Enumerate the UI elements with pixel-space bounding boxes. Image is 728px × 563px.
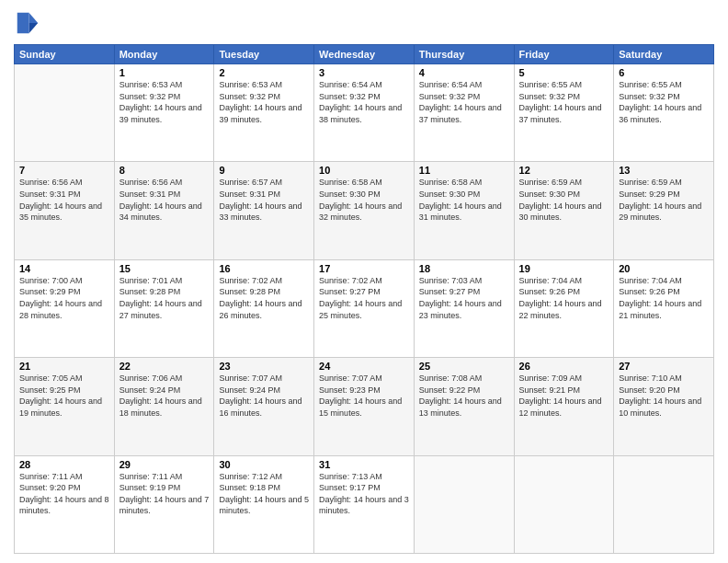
day-number: 15 <box>119 263 210 274</box>
svg-rect-2 <box>17 13 29 34</box>
day-number: 21 <box>19 361 109 372</box>
day-info: Sunrise: 6:57 AMSunset: 9:31 PMDaylight:… <box>219 177 309 223</box>
day-cell: 18Sunrise: 7:03 AMSunset: 9:27 PMDayligh… <box>414 259 514 357</box>
day-cell: 4Sunrise: 6:54 AMSunset: 9:32 PMDaylight… <box>414 64 514 162</box>
day-info: Sunrise: 7:07 AMSunset: 9:24 PMDaylight:… <box>219 373 309 419</box>
day-cell <box>614 455 714 553</box>
week-row-3: 14Sunrise: 7:00 AMSunset: 9:29 PMDayligh… <box>15 259 714 357</box>
day-number: 29 <box>119 459 210 470</box>
day-number: 4 <box>419 67 509 78</box>
day-info: Sunrise: 6:56 AMSunset: 9:31 PMDaylight:… <box>19 177 109 223</box>
day-info: Sunrise: 7:06 AMSunset: 9:24 PMDaylight:… <box>119 373 210 419</box>
day-cell: 2Sunrise: 6:53 AMSunset: 9:32 PMDaylight… <box>214 64 314 162</box>
day-header-saturday: Saturday <box>614 45 714 64</box>
day-cell: 27Sunrise: 7:10 AMSunset: 9:20 PMDayligh… <box>614 358 714 455</box>
day-cell: 14Sunrise: 7:00 AMSunset: 9:29 PMDayligh… <box>15 259 115 357</box>
day-number: 20 <box>619 263 709 274</box>
day-cell: 12Sunrise: 6:59 AMSunset: 9:30 PMDayligh… <box>514 162 614 259</box>
day-cell <box>514 455 614 553</box>
svg-marker-1 <box>29 23 39 33</box>
day-info: Sunrise: 7:08 AMSunset: 9:22 PMDaylight:… <box>419 373 509 419</box>
day-info: Sunrise: 7:02 AMSunset: 9:27 PMDaylight:… <box>319 275 409 321</box>
day-cell: 22Sunrise: 7:06 AMSunset: 9:24 PMDayligh… <box>114 358 214 455</box>
day-number: 14 <box>19 263 109 274</box>
header-row: SundayMondayTuesdayWednesdayThursdayFrid… <box>15 45 714 64</box>
day-cell: 9Sunrise: 6:57 AMSunset: 9:31 PMDaylight… <box>214 162 314 259</box>
day-header-sunday: Sunday <box>15 45 115 64</box>
day-number: 8 <box>119 165 210 176</box>
day-cell: 8Sunrise: 6:56 AMSunset: 9:31 PMDaylight… <box>114 162 214 259</box>
day-info: Sunrise: 6:53 AMSunset: 9:32 PMDaylight:… <box>119 79 210 125</box>
day-cell: 24Sunrise: 7:07 AMSunset: 9:23 PMDayligh… <box>314 358 415 455</box>
day-cell: 11Sunrise: 6:58 AMSunset: 9:30 PMDayligh… <box>414 162 514 259</box>
day-number: 30 <box>219 459 309 470</box>
day-header-monday: Monday <box>114 45 214 64</box>
day-number: 7 <box>19 165 109 176</box>
day-cell <box>15 64 115 162</box>
day-info: Sunrise: 6:59 AMSunset: 9:29 PMDaylight:… <box>619 177 709 223</box>
day-info: Sunrise: 7:07 AMSunset: 9:23 PMDaylight:… <box>319 373 409 419</box>
day-cell: 16Sunrise: 7:02 AMSunset: 9:28 PMDayligh… <box>214 259 314 357</box>
week-row-4: 21Sunrise: 7:05 AMSunset: 9:25 PMDayligh… <box>15 358 714 455</box>
day-number: 10 <box>319 165 409 176</box>
day-number: 25 <box>419 361 509 372</box>
day-number: 24 <box>319 361 409 372</box>
day-cell: 23Sunrise: 7:07 AMSunset: 9:24 PMDayligh… <box>214 358 314 455</box>
header <box>14 9 714 37</box>
day-number: 17 <box>319 263 409 274</box>
day-number: 18 <box>419 263 509 274</box>
day-header-tuesday: Tuesday <box>214 45 314 64</box>
day-number: 19 <box>519 263 609 274</box>
day-info: Sunrise: 7:12 AMSunset: 9:18 PMDaylight:… <box>219 471 309 517</box>
day-number: 13 <box>619 165 709 176</box>
day-info: Sunrise: 7:11 AMSunset: 9:19 PMDaylight:… <box>119 471 210 517</box>
day-number: 12 <box>519 165 609 176</box>
day-cell: 19Sunrise: 7:04 AMSunset: 9:26 PMDayligh… <box>514 259 614 357</box>
day-info: Sunrise: 7:13 AMSunset: 9:17 PMDaylight:… <box>319 471 409 517</box>
day-cell: 15Sunrise: 7:01 AMSunset: 9:28 PMDayligh… <box>114 259 214 357</box>
day-number: 28 <box>19 459 109 470</box>
day-info: Sunrise: 6:59 AMSunset: 9:30 PMDaylight:… <box>519 177 609 223</box>
day-info: Sunrise: 6:54 AMSunset: 9:32 PMDaylight:… <box>419 79 509 125</box>
day-info: Sunrise: 6:58 AMSunset: 9:30 PMDaylight:… <box>319 177 409 223</box>
day-info: Sunrise: 7:09 AMSunset: 9:21 PMDaylight:… <box>519 373 609 419</box>
day-cell: 1Sunrise: 6:53 AMSunset: 9:32 PMDaylight… <box>114 64 214 162</box>
day-cell: 17Sunrise: 7:02 AMSunset: 9:27 PMDayligh… <box>314 259 415 357</box>
day-info: Sunrise: 6:54 AMSunset: 9:32 PMDaylight:… <box>319 79 409 125</box>
day-number: 1 <box>119 67 210 78</box>
day-cell <box>414 455 514 553</box>
day-number: 11 <box>419 165 509 176</box>
logo-icon <box>14 9 41 37</box>
week-row-5: 28Sunrise: 7:11 AMSunset: 9:20 PMDayligh… <box>15 455 714 553</box>
svg-marker-0 <box>29 13 39 23</box>
day-cell: 13Sunrise: 6:59 AMSunset: 9:29 PMDayligh… <box>614 162 714 259</box>
day-cell: 10Sunrise: 6:58 AMSunset: 9:30 PMDayligh… <box>314 162 415 259</box>
day-cell: 29Sunrise: 7:11 AMSunset: 9:19 PMDayligh… <box>114 455 214 553</box>
day-number: 23 <box>219 361 309 372</box>
day-cell: 30Sunrise: 7:12 AMSunset: 9:18 PMDayligh… <box>214 455 314 553</box>
day-number: 2 <box>219 67 309 78</box>
day-cell: 28Sunrise: 7:11 AMSunset: 9:20 PMDayligh… <box>15 455 115 553</box>
page: SundayMondayTuesdayWednesdayThursdayFrid… <box>0 0 728 563</box>
day-number: 5 <box>519 67 609 78</box>
day-number: 16 <box>219 263 309 274</box>
day-number: 3 <box>319 67 409 78</box>
day-cell: 20Sunrise: 7:04 AMSunset: 9:26 PMDayligh… <box>614 259 714 357</box>
day-cell: 25Sunrise: 7:08 AMSunset: 9:22 PMDayligh… <box>414 358 514 455</box>
day-cell: 21Sunrise: 7:05 AMSunset: 9:25 PMDayligh… <box>15 358 115 455</box>
day-cell: 3Sunrise: 6:54 AMSunset: 9:32 PMDaylight… <box>314 64 415 162</box>
day-info: Sunrise: 6:55 AMSunset: 9:32 PMDaylight:… <box>619 79 709 125</box>
day-info: Sunrise: 7:04 AMSunset: 9:26 PMDaylight:… <box>619 275 709 321</box>
day-info: Sunrise: 7:11 AMSunset: 9:20 PMDaylight:… <box>19 471 109 517</box>
day-info: Sunrise: 6:56 AMSunset: 9:31 PMDaylight:… <box>119 177 210 223</box>
day-info: Sunrise: 7:04 AMSunset: 9:26 PMDaylight:… <box>519 275 609 321</box>
day-info: Sunrise: 7:10 AMSunset: 9:20 PMDaylight:… <box>619 373 709 419</box>
day-info: Sunrise: 7:01 AMSunset: 9:28 PMDaylight:… <box>119 275 210 321</box>
day-info: Sunrise: 6:55 AMSunset: 9:32 PMDaylight:… <box>519 79 609 125</box>
day-info: Sunrise: 6:58 AMSunset: 9:30 PMDaylight:… <box>419 177 509 223</box>
week-row-2: 7Sunrise: 6:56 AMSunset: 9:31 PMDaylight… <box>15 162 714 259</box>
day-number: 22 <box>119 361 210 372</box>
day-info: Sunrise: 7:05 AMSunset: 9:25 PMDaylight:… <box>19 373 109 419</box>
day-info: Sunrise: 7:02 AMSunset: 9:28 PMDaylight:… <box>219 275 309 321</box>
week-row-1: 1Sunrise: 6:53 AMSunset: 9:32 PMDaylight… <box>15 64 714 162</box>
